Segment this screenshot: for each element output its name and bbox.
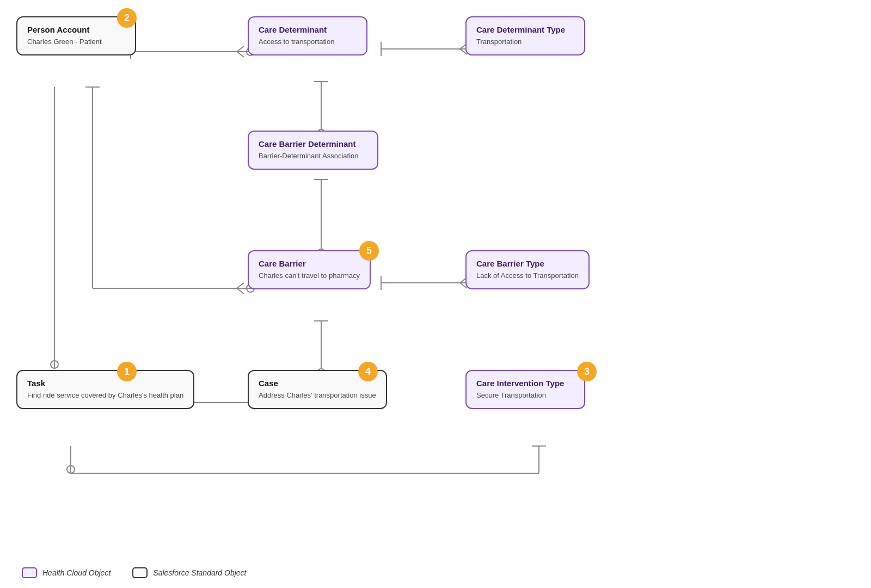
svg-line-27 [237, 283, 244, 288]
care-determinant-node[interactable]: Care Determinant Access to transportatio… [248, 16, 367, 55]
care-barrier-badge: 5 [359, 241, 379, 261]
legend-salesforce-label: Salesforce Standard Object [153, 568, 246, 577]
care-barrier-determinant-title: Care Barrier Determinant [259, 139, 367, 148]
care-determinant-type-title: Care Determinant Type [476, 25, 574, 34]
legend-purple-box [22, 567, 37, 578]
care-barrier-determinant-subtitle: Barrier-Determinant Association [259, 152, 359, 160]
case-badge: 4 [358, 362, 378, 381]
care-intervention-type-badge: 3 [577, 362, 597, 381]
care-determinant-type-node[interactable]: Care Determinant Type Transportation [465, 16, 585, 55]
person-account-badge: 2 [117, 8, 137, 28]
task-subtitle: Find ride service covered by Charles's h… [27, 391, 183, 399]
svg-point-21 [51, 361, 58, 368]
care-barrier-subtitle: Charles can't travel to pharmacy [259, 271, 360, 280]
legend: Health Cloud Object Salesforce Standard … [22, 567, 247, 578]
case-title: Case [259, 379, 376, 388]
care-barrier-title: Care Barrier [259, 259, 360, 268]
diagram-container: Person Account Charles Green - Patient 2… [0, 0, 871, 544]
legend-health-cloud-label: Health Cloud Object [42, 568, 111, 577]
care-determinant-title: Care Determinant [259, 25, 357, 34]
svg-line-28 [237, 288, 244, 294]
svg-line-3 [237, 46, 244, 52]
care-intervention-type-node[interactable]: Care Intervention Type Secure Transporta… [465, 370, 585, 409]
case-subtitle: Address Charles' transportation issue [259, 391, 376, 399]
care-barrier-type-node[interactable]: Care Barrier Type Lack of Access to Tran… [465, 250, 590, 289]
care-intervention-type-title: Care Intervention Type [476, 379, 574, 388]
care-intervention-type-subtitle: Secure Transportation [476, 391, 546, 399]
task-node[interactable]: Task Find ride service covered by Charle… [16, 370, 194, 409]
legend-salesforce-standard: Salesforce Standard Object [132, 567, 246, 578]
person-account-title: Person Account [27, 25, 125, 34]
connectors-svg [0, 0, 871, 544]
care-determinant-type-subtitle: Transportation [476, 38, 522, 46]
care-determinant-subtitle: Access to transportation [259, 38, 334, 46]
care-barrier-determinant-node[interactable]: Care Barrier Determinant Barrier-Determi… [248, 131, 378, 170]
task-badge: 1 [117, 362, 137, 381]
task-title: Task [27, 379, 183, 388]
care-barrier-node[interactable]: Care Barrier Charles can't travel to pha… [248, 250, 371, 289]
person-account-subtitle: Charles Green - Patient [27, 38, 102, 46]
legend-health-cloud: Health Cloud Object [22, 567, 111, 578]
care-barrier-type-subtitle: Lack of Access to Transportation [476, 271, 579, 280]
svg-point-46 [67, 466, 75, 473]
svg-line-4 [237, 52, 244, 57]
legend-black-box [132, 567, 148, 578]
care-barrier-type-title: Care Barrier Type [476, 259, 579, 268]
